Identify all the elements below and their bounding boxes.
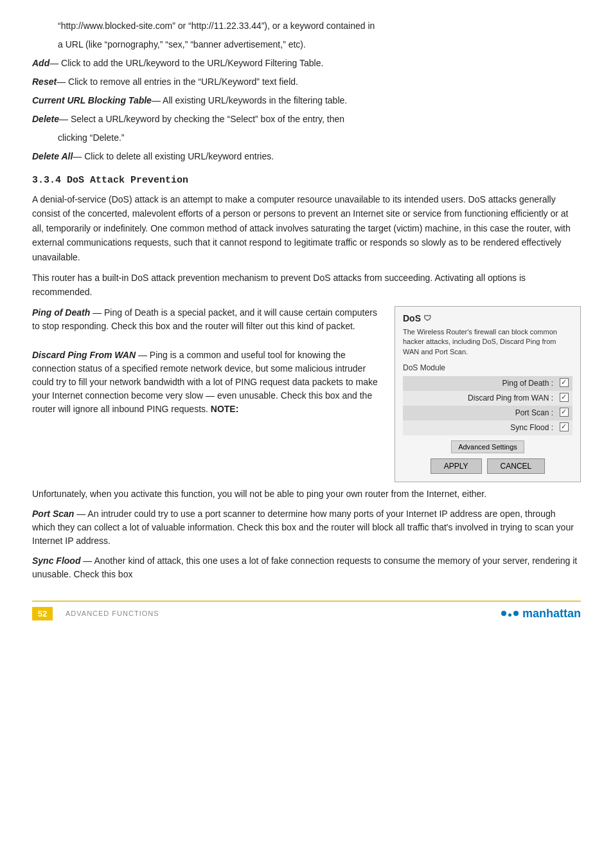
cancel-button[interactable]: CANCEL bbox=[487, 458, 546, 474]
intro-line1: “http://www.blocked-site.com” or “http:/… bbox=[58, 19, 581, 33]
sync-flood-check[interactable] bbox=[556, 420, 573, 435]
delete-entry: Delete— Select a URL/keyword by checking… bbox=[32, 113, 581, 126]
dos-module-label: DoS Module bbox=[403, 363, 573, 372]
delete-desc: — Select a URL/keyword by checking the “… bbox=[59, 114, 344, 124]
list-item-ping-of-death: Ping of Death — Ping of Death is a speci… bbox=[32, 306, 382, 333]
dos-table: Ping of Death : Discard Ping from WAN : … bbox=[403, 376, 573, 435]
delete-indent: clicking “Delete.” bbox=[58, 131, 581, 145]
table-row: Port Scan : bbox=[403, 406, 573, 420]
discard-ping-term: Discard Ping From WAN bbox=[32, 350, 136, 360]
reset-desc: — Click to remove all entries in the “UR… bbox=[57, 77, 298, 87]
add-entry: Add— Click to add the URL/keyword to the… bbox=[32, 57, 581, 70]
sync-flood-text: — Another kind of attack, this one uses … bbox=[32, 556, 577, 579]
dot-1 bbox=[501, 611, 506, 616]
port-scan-term: Port Scan bbox=[32, 509, 74, 519]
page-content: “http://www.blocked-site.com” or “http:/… bbox=[32, 19, 581, 620]
delete-all-entry: Delete All— Click to delete all existing… bbox=[32, 150, 581, 163]
body-paragraph-2: This router has a built-in DoS attack pr… bbox=[32, 271, 581, 300]
discard-ping-check[interactable] bbox=[556, 391, 573, 406]
dos-widget: DoS 🛡 The Wireless Router's firewall can… bbox=[395, 306, 581, 482]
footer: 52 ADVANCED FUNCTIONS manhattan bbox=[32, 601, 581, 620]
advanced-settings-button[interactable]: Advanced Settings bbox=[451, 440, 524, 453]
delete-all-desc: — Click to delete all existing URL/keywo… bbox=[73, 151, 274, 161]
sync-flood-label: Sync Flood : bbox=[403, 420, 556, 435]
reset-entry: Reset— Click to remove all entries in th… bbox=[32, 75, 581, 89]
body-paragraph-1: A denial-of-service (DoS) attack is an a… bbox=[32, 192, 581, 264]
section-title: DoS Attack Prevention bbox=[67, 175, 188, 186]
port-scan-label: Port Scan : bbox=[403, 406, 556, 420]
section-number: 3.3.4 bbox=[32, 175, 61, 186]
dos-widget-desc: The Wireless Router's firewall can block… bbox=[403, 327, 573, 357]
manhattan-dots-icon bbox=[501, 611, 519, 617]
dot-2 bbox=[508, 613, 511, 617]
ping-of-death-term: Ping of Death bbox=[32, 307, 90, 318]
port-scan-text: — An intruder could try to use a port sc… bbox=[32, 509, 574, 546]
table-row: Discard Ping from WAN : bbox=[403, 391, 573, 406]
ping-of-death-check[interactable] bbox=[556, 376, 573, 391]
page-number: 52 bbox=[32, 607, 53, 620]
dos-widget-title: DoS 🛡 bbox=[403, 313, 573, 323]
list-item-sync-flood: Sync Flood — Another kind of attack, thi… bbox=[32, 554, 581, 581]
list-column: Ping of Death — Ping of Death is a speci… bbox=[32, 306, 382, 421]
list-item-discard-ping: Discard Ping From WAN — Ping is a common… bbox=[32, 348, 382, 416]
dos-buttons: APPLY CANCEL bbox=[403, 458, 573, 474]
section-header: 3.3.4 DoS Attack Prevention bbox=[32, 175, 581, 186]
current-desc: — All existing URL/keywords in the filte… bbox=[152, 95, 347, 105]
intro-line2: a URL (like “pornography,” “sex,” “banne… bbox=[58, 38, 581, 51]
reset-term: Reset bbox=[32, 77, 57, 87]
list-item-port-scan: Port Scan — An intruder could try to use… bbox=[32, 507, 581, 548]
dos-icon: 🛡 bbox=[423, 314, 431, 323]
manhattan-text: manhattan bbox=[522, 607, 581, 620]
table-row: Sync Flood : bbox=[403, 420, 573, 435]
delete-term: Delete bbox=[32, 114, 59, 124]
manhattan-logo: manhattan bbox=[501, 607, 581, 620]
current-entry: Current URL Blocking Table— All existing… bbox=[32, 94, 581, 107]
current-term: Current URL Blocking Table bbox=[32, 95, 152, 105]
discard-ping-label: Discard Ping from WAN : bbox=[403, 391, 556, 406]
add-term: Add bbox=[32, 58, 49, 68]
note-text: Unfortunately, when you activate this fu… bbox=[32, 487, 581, 501]
dos-title-text: DoS bbox=[403, 313, 421, 323]
delete-all-term: Delete All bbox=[32, 151, 73, 161]
port-scan-check[interactable] bbox=[556, 406, 573, 420]
add-desc: — Click to add the URL/keyword to the UR… bbox=[49, 58, 323, 68]
sync-flood-term: Sync Flood bbox=[32, 556, 80, 566]
footer-label: ADVANCED FUNCTIONS bbox=[66, 610, 159, 617]
apply-button[interactable]: APPLY bbox=[431, 458, 482, 474]
ping-of-death-label: Ping of Death : bbox=[403, 376, 556, 391]
table-row: Ping of Death : bbox=[403, 376, 573, 391]
two-col-layout: Ping of Death — Ping of Death is a speci… bbox=[32, 306, 581, 482]
dot-3 bbox=[513, 611, 519, 616]
